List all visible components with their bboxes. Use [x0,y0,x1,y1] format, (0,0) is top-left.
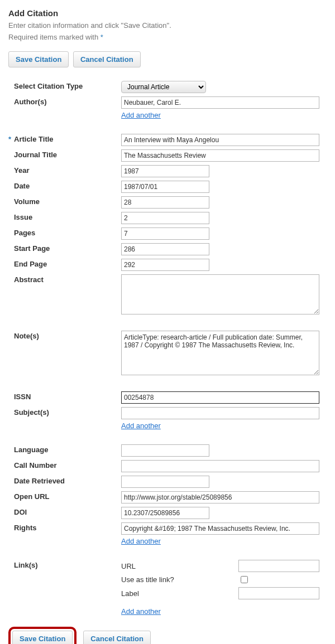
language-label: Language [14,446,48,454]
add-another-author-link[interactable]: Add another [121,111,161,119]
links-label: Link(s) [14,561,38,569]
save-citation-button-bottom[interactable]: Save Citation [12,631,73,644]
year-label: Year [14,166,29,175]
save-citation-button-top[interactable]: Save Citation [8,51,69,67]
add-another-link-link[interactable]: Add another [121,607,161,616]
doi-label: DOI [14,508,27,516]
link-url-label: URL [121,562,238,570]
authors-label: Author(s) [14,98,47,106]
article-title-input[interactable] [121,134,319,146]
year-input[interactable] [121,165,209,177]
add-another-subject-link[interactable]: Add another [121,422,161,430]
intro-text: Enter citation information and click "Sa… [8,21,327,30]
journal-title-label: Journal Title [14,151,57,159]
page-title: Add Citation [8,8,327,18]
call-number-input[interactable] [121,460,319,472]
pages-input[interactable] [121,227,209,240]
top-button-row: Save Citation Cancel Citation [8,51,327,67]
required-note: Required items marked with * [8,33,327,41]
abstract-label: Abstract [14,275,44,284]
cancel-citation-button-bottom[interactable]: Cancel Citation [83,631,151,644]
issn-label: ISSN [14,393,31,401]
call-number-label: Call Number [14,461,57,469]
citation-type-select[interactable]: Journal Article [121,81,206,93]
end-page-label: End Page [14,260,47,268]
link-url-input[interactable] [238,560,319,572]
date-retrieved-label: Date Retrieved [14,477,65,485]
date-retrieved-input[interactable] [121,476,209,488]
link-use-title-label: Use as title link? [121,575,238,584]
rights-input[interactable] [121,522,319,535]
bottom-button-row: Save Citation Cancel Citation [8,627,327,644]
rights-label: Rights [14,524,36,532]
volume-input[interactable] [121,196,209,209]
author-input[interactable] [121,96,319,109]
notes-textarea[interactable] [121,331,319,375]
pages-label: Pages [14,229,35,237]
issn-input[interactable] [121,391,319,404]
required-asterisk-icon: * [100,33,103,41]
start-page-input[interactable] [121,243,209,255]
notes-label: Note(s) [14,332,39,340]
journal-title-input[interactable] [121,149,319,162]
subjects-label: Subject(s) [14,408,49,417]
required-note-prefix: Required items marked with [8,33,100,41]
start-page-label: Start Page [14,244,50,253]
volume-label: Volume [14,197,40,206]
required-asterisk-icon: * [8,135,14,143]
open-url-input[interactable] [121,491,319,503]
date-label: Date [14,182,30,190]
end-page-input[interactable] [121,259,209,271]
language-input[interactable] [121,444,209,457]
open-url-label: Open URL [14,492,50,501]
link-label-label: Label [121,589,238,598]
article-title-label: Article Title [14,135,54,143]
highlight-annotation: Save Citation [8,627,76,644]
issue-label: Issue [14,213,32,221]
cancel-citation-button-top[interactable]: Cancel Citation [73,51,141,67]
use-as-title-checkbox[interactable] [241,576,248,583]
issue-input[interactable] [121,212,209,224]
link-label-input[interactable] [238,587,319,599]
doi-input[interactable] [121,507,209,519]
subject-input[interactable] [121,407,319,419]
add-another-rights-link[interactable]: Add another [121,537,161,545]
abstract-textarea[interactable] [121,274,319,314]
date-input[interactable] [121,181,209,193]
citation-type-label: Select Citation Type [14,82,83,90]
